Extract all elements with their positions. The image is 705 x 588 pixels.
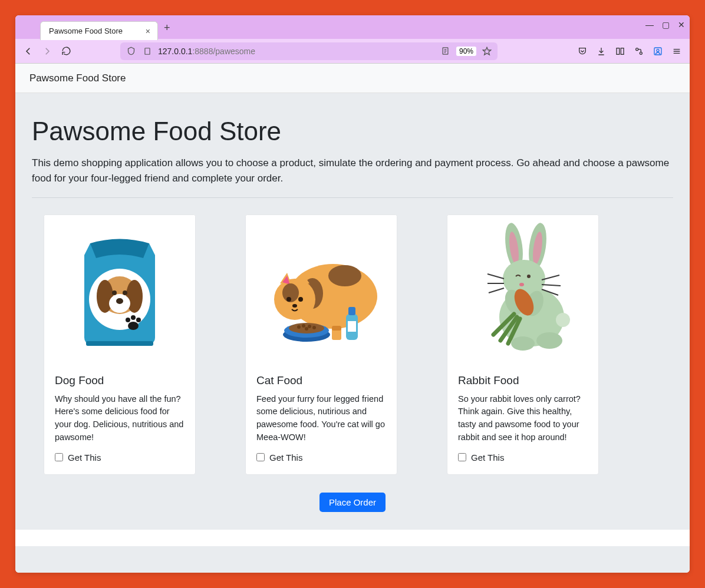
order-row: Place Order: [32, 493, 673, 512]
toolbar: 127.0.0.1:8888/pawesome 90%: [15, 39, 690, 64]
address-bar[interactable]: 127.0.0.1:8888/pawesome 90%: [120, 42, 498, 60]
product-card-dog: Dog Food Why should you have all the fun…: [44, 214, 196, 475]
url-text: 127.0.0.1:8888/pawesome: [158, 47, 255, 56]
svg-point-39: [297, 325, 301, 329]
get-this-checkbox-cat[interactable]: [256, 453, 265, 461]
get-this-row[interactable]: Get This: [55, 452, 185, 463]
navbar-brand[interactable]: Pawsome Food Store: [29, 72, 126, 84]
svg-point-22: [116, 298, 123, 304]
toolbar-right: [576, 45, 683, 57]
svg-point-71: [556, 313, 570, 327]
product-title: Rabbit Food: [458, 374, 588, 387]
svg-point-33: [286, 297, 291, 302]
svg-point-9: [640, 52, 642, 54]
reload-icon[interactable]: [60, 45, 72, 57]
product-image-cat: [246, 215, 397, 366]
get-this-row[interactable]: Get This: [256, 452, 386, 463]
svg-point-55: [527, 275, 531, 278]
svg-rect-48: [348, 321, 356, 332]
library-icon[interactable]: [614, 45, 626, 57]
svg-rect-47: [348, 307, 355, 315]
new-tab-button[interactable]: +: [164, 22, 170, 34]
svg-point-40: [302, 324, 305, 328]
product-image-dog: [44, 215, 195, 366]
svg-point-56: [519, 283, 524, 286]
svg-rect-0: [145, 48, 150, 54]
svg-point-8: [636, 48, 638, 50]
titlebar: Pawsome Food Store × + — ▢ ✕: [15, 15, 690, 39]
svg-line-61: [542, 285, 561, 286]
svg-point-43: [305, 327, 308, 331]
download-icon[interactable]: [595, 45, 607, 57]
bookmark-star-icon[interactable]: [481, 45, 493, 57]
back-icon[interactable]: [22, 45, 34, 57]
page-title: Pawsome Food Store: [32, 117, 673, 146]
get-this-label: Get This: [269, 452, 302, 463]
forward-icon: [41, 45, 53, 57]
svg-point-29: [328, 265, 361, 286]
product-desc: Feed your furry four legged friend some …: [256, 393, 386, 444]
svg-rect-45: [332, 326, 341, 331]
zoom-badge[interactable]: 90%: [456, 47, 476, 56]
get-this-checkbox-dog[interactable]: [55, 453, 63, 461]
svg-point-26: [128, 322, 139, 330]
svg-rect-27: [86, 341, 153, 346]
extension-icon[interactable]: [633, 45, 645, 57]
footer-strip: [15, 530, 690, 546]
url-host: 127.0.0.1: [158, 47, 192, 56]
place-order-button[interactable]: Place Order: [319, 493, 386, 512]
svg-point-70: [511, 336, 535, 351]
product-image-rabbit: [447, 215, 598, 366]
product-desc: Why should you have all the fun? Here's …: [55, 393, 185, 444]
svg-point-21: [123, 290, 127, 295]
main-container: Pawsome Food Store This demo shopping ap…: [15, 93, 690, 530]
svg-marker-5: [483, 47, 490, 55]
get-this-row[interactable]: Get This: [458, 452, 588, 463]
product-desc: So your rabbit loves only carrot? Think …: [458, 393, 588, 444]
maximize-icon[interactable]: ▢: [662, 20, 670, 29]
svg-point-34: [298, 297, 303, 302]
svg-point-24: [126, 318, 130, 322]
page-viewport: Pawsome Food Store Pawsome Food Store Th…: [15, 64, 690, 573]
window-controls: — ▢ ✕: [645, 20, 685, 29]
url-rest: :8888/pawesome: [192, 47, 255, 56]
product-title: Dog Food: [55, 374, 185, 387]
page-intro: This demo shopping application allows yo…: [32, 156, 673, 187]
svg-point-11: [657, 49, 659, 51]
product-card-rabbit: Rabbit Food So your rabbit loves only ca…: [447, 214, 599, 475]
account-icon[interactable]: [652, 45, 664, 57]
svg-point-69: [536, 332, 562, 349]
svg-point-23: [131, 315, 136, 320]
close-window-icon[interactable]: ✕: [678, 20, 685, 29]
site-navbar: Pawsome Food Store: [15, 64, 690, 93]
svg-point-25: [136, 318, 141, 322]
product-row: Dog Food Why should you have all the fun…: [32, 214, 673, 475]
menu-icon[interactable]: [671, 45, 683, 57]
svg-line-59: [489, 288, 504, 293]
close-tab-icon[interactable]: ×: [144, 27, 151, 36]
svg-rect-6: [617, 48, 620, 54]
svg-line-57: [487, 274, 504, 279]
svg-rect-7: [621, 48, 624, 54]
get-this-label: Get This: [471, 452, 504, 463]
svg-point-41: [308, 325, 311, 328]
divider: [32, 197, 673, 198]
product-title: Cat Food: [256, 374, 386, 387]
tab-title: Pawsome Food Store: [49, 27, 123, 35]
reader-icon[interactable]: [440, 45, 452, 57]
browser-tab[interactable]: Pawsome Food Store ×: [40, 21, 158, 40]
product-card-cat: Cat Food Feed your furry four legged fri…: [245, 214, 397, 475]
browser-window: Pawsome Food Store × + — ▢ ✕: [15, 15, 690, 573]
shield-icon[interactable]: [125, 45, 137, 57]
svg-point-42: [312, 326, 316, 329]
get-this-checkbox-rabbit[interactable]: [458, 453, 466, 461]
svg-point-20: [112, 290, 117, 295]
minimize-icon[interactable]: —: [645, 20, 654, 29]
pocket-icon[interactable]: [576, 45, 588, 57]
svg-point-35: [292, 304, 297, 308]
page-info-icon[interactable]: [141, 45, 153, 57]
get-this-label: Get This: [68, 452, 101, 463]
